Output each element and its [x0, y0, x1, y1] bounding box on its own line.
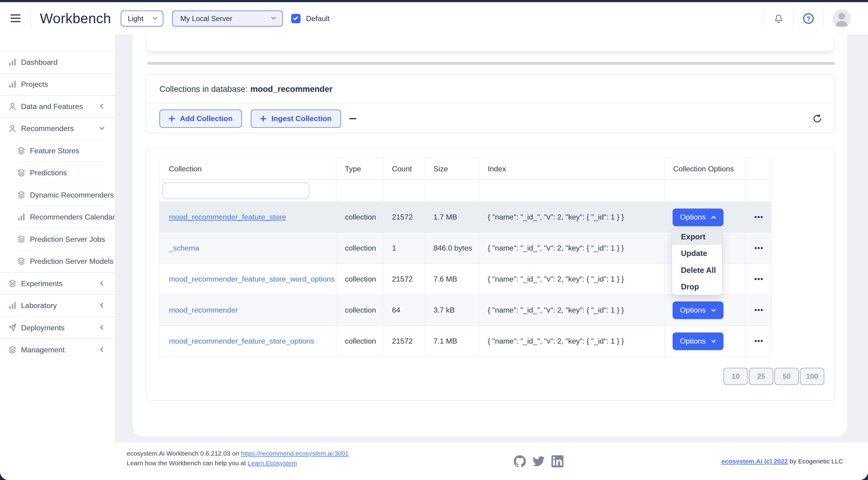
column-header-type: Type	[337, 159, 384, 180]
github-icon[interactable]	[514, 455, 526, 467]
collection-link[interactable]: mood_recommender_feature_store_options	[169, 337, 314, 345]
menu-item-update[interactable]: Update	[672, 245, 722, 262]
sidebar-item-dashboard[interactable]: Dashboard	[0, 51, 115, 73]
row-actions-button[interactable]	[750, 333, 767, 349]
options-button[interactable]: Options	[673, 332, 724, 350]
sidebar-item-data-and-features[interactable]: Data and Features	[0, 95, 115, 117]
chevron-left-icon	[99, 280, 104, 286]
user-menu-button[interactable]	[824, 9, 859, 27]
collection-link[interactable]: mood_recommender_feature_store	[169, 213, 286, 221]
row-actions-button[interactable]	[750, 271, 767, 287]
table-row-mood-recommender: mood_recommendercollection643.7 kB{ "nam…	[159, 295, 771, 326]
menu-item-delete-all[interactable]: Delete All	[672, 262, 722, 278]
cell-size: 7.1 MB	[425, 326, 479, 357]
cell-index: { "name": "_id_", "v": 2, "key": { "_id"…	[479, 202, 665, 233]
menu-item-drop[interactable]: Drop	[672, 278, 722, 295]
row-actions-button[interactable]	[750, 240, 767, 256]
collections-title-prefix: Collections in database:	[159, 84, 248, 93]
layers-icon	[8, 279, 17, 287]
add-collection-button[interactable]: Add Collection	[159, 109, 242, 128]
server-select[interactable]: My Local Server	[172, 10, 283, 26]
hamburger-menu-icon[interactable]	[10, 14, 21, 22]
cell-index: { "name": "_id_", "v": 2, "key": { "_id"…	[479, 295, 665, 326]
cell-type: collection	[337, 202, 384, 233]
chevron-left-icon	[99, 324, 104, 330]
send-icon	[8, 323, 17, 332]
minus-button[interactable]	[349, 115, 356, 122]
options-button[interactable]: Options	[673, 208, 724, 226]
checkbox-checked[interactable]	[291, 13, 301, 23]
layers-icon	[17, 191, 26, 199]
refresh-button[interactable]	[812, 113, 822, 123]
collection-link[interactable]: mood_recommender	[169, 306, 238, 314]
notifications-button[interactable]	[764, 12, 793, 24]
table-row-mood-recommender-feature-store-options: mood_recommender_feature_store_optionsco…	[159, 326, 771, 357]
layers-icon	[17, 146, 26, 155]
linkedin-icon[interactable]	[551, 455, 563, 467]
scrolled-card-edge	[146, 34, 835, 52]
sidebar-item-recommenders-calendar[interactable]: Recommenders Calendar	[0, 206, 115, 228]
row-actions-button[interactable]	[750, 302, 767, 318]
sidebar-item-prediction-server-jobs[interactable]: Prediction Server Jobs	[0, 228, 115, 250]
sidebar-item-dynamic-recommenders[interactable]: Dynamic Recommenders	[0, 184, 115, 206]
options-button-label: Options	[680, 337, 706, 345]
row-actions-button[interactable]	[750, 209, 767, 225]
sidebar-item-laboratory[interactable]: Laboratory	[0, 294, 115, 316]
sidebar-item-projects[interactable]: Projects	[0, 73, 115, 95]
help-button[interactable]	[794, 12, 823, 24]
server-url-link[interactable]: https://recommend.ecosystem.ai:3001	[241, 450, 348, 457]
cell-count: 21572	[384, 326, 425, 357]
options-button-label: Options	[680, 213, 706, 221]
cell-type: collection	[337, 295, 384, 326]
menu-item-export[interactable]: Export	[672, 229, 722, 245]
collections-table-card: Collection Type Count Size Index Collect…	[146, 147, 835, 401]
copyright-link[interactable]: ecosystem.Ai (c) 2022	[721, 458, 788, 465]
page-size-25[interactable]: 25	[749, 368, 773, 385]
bell-icon	[773, 12, 784, 24]
layers-icon	[17, 168, 26, 177]
page-size-10[interactable]: 10	[724, 368, 748, 385]
chevron-up-icon	[711, 214, 716, 220]
app-header: Workbench Light My Local Server Default	[0, 2, 868, 34]
theme-select[interactable]: Light	[121, 10, 163, 26]
column-header-index: Index	[479, 159, 665, 180]
sidebar-item-deployments[interactable]: Deployments	[0, 316, 115, 339]
options-button[interactable]: Options	[673, 301, 724, 319]
page-size-50[interactable]: 50	[775, 368, 799, 385]
header-divider	[30, 10, 31, 27]
cell-type: collection	[337, 233, 384, 264]
collection-link[interactable]: mood_recommender_feature_store_word_opti…	[169, 275, 335, 283]
sidebar-item-label: Predictions	[30, 168, 67, 177]
cell-size: 1.7 MB	[425, 202, 479, 233]
cell-index: { "name": "_id_", "v": 2, "key": { "_id"…	[479, 326, 665, 357]
footer-copyright: ecosystem.Ai (c) 2022 by Ecogenetic LLC	[721, 458, 843, 465]
learn-ecosystem-link[interactable]: Learn.Ecosystem	[248, 459, 297, 466]
database-name: mood_recommender	[250, 84, 333, 93]
page-size-100[interactable]: 100	[800, 368, 824, 385]
sidebar-item-management[interactable]: Management	[0, 339, 115, 361]
add-collection-label: Add Collection	[180, 114, 233, 123]
cell-size: 846.0 bytes	[425, 233, 479, 264]
sidebar-item-prediction-server-models[interactable]: Prediction Server Models	[0, 250, 115, 272]
cell-index: { "name": "_id_", "v": 2, "key": { "_id"…	[479, 233, 665, 264]
column-header-count: Count	[384, 159, 425, 180]
sidebar-item-recommenders[interactable]: Recommenders	[0, 117, 115, 139]
sidebar-item-feature-stores[interactable]: Feature Stores	[0, 139, 115, 162]
ingest-collection-button[interactable]: Ingest Collection	[251, 109, 341, 128]
sidebar-item-label: Prediction Server Models	[30, 257, 113, 265]
sidebar-item-predictions[interactable]: Predictions	[0, 162, 115, 183]
default-checkbox[interactable]: Default	[291, 13, 330, 23]
collection-filter-input[interactable]	[162, 182, 310, 199]
sidebar-item-label: Projects	[21, 80, 48, 88]
avatar	[832, 9, 851, 27]
twitter-icon[interactable]	[532, 455, 545, 467]
page-size-selector: 102550100	[724, 368, 824, 385]
footer-learn-line: Learn how the Workbench can help you at …	[127, 458, 349, 468]
sidebar-item-experiments[interactable]: Experiments	[0, 272, 115, 294]
ingest-collection-label: Ingest Collection	[271, 114, 332, 123]
collection-link[interactable]: _schema	[169, 244, 199, 252]
column-header-size: Size	[425, 159, 479, 180]
screen: Workbench Light My Local Server Default	[0, 0, 868, 480]
minus-icon	[349, 115, 356, 122]
main-content: Collections in database: mood_recommende…	[116, 34, 868, 443]
